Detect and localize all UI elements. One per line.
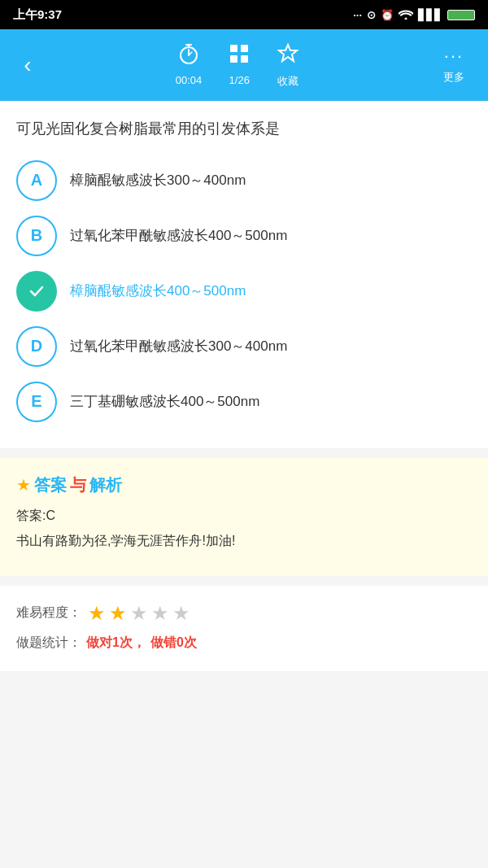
stats-label: 做题统计： [16,635,81,652]
star-3: ★ [130,602,148,625]
navbar: ‹ 00:04 [0,29,488,101]
difficulty-row: 难易程度： ★ ★ ★ ★ ★ [16,602,472,625]
option-text-a: 樟脑醌敏感波长300～400nm [70,170,246,191]
battery-icon: ▰▰▰ [447,10,475,20]
option-row-a[interactable]: A 樟脑醌敏感波长300～400nm [16,160,472,201]
answer-star-icon: ★ [16,475,31,495]
answer-result: 答案:C [16,508,472,525]
status-icons: ··· ⊙ ⏰ ▋▋▋ ▰▰▰ [353,8,475,22]
question-area: 可见光固化复合树脂最常用的引发体系是 A 樟脑醌敏感波长300～400nm B … [0,101,488,448]
option-circle-a: A [16,160,57,201]
option-circle-d: D [16,326,57,367]
answer-title: ★ 答案 与 解析 [16,474,472,496]
collect-star-icon [277,42,299,71]
option-circle-c [16,271,57,312]
question-text: 可见光固化复合树脂最常用的引发体系是 [16,117,472,141]
stats-row: 做题统计： 做对1次， 做错0次 [16,635,472,652]
svg-rect-1 [230,45,237,52]
music-icon: ⊙ [367,9,376,21]
difficulty-stars: ★ ★ ★ ★ ★ [88,602,190,625]
status-time: 上午9:37 [13,7,62,23]
status-bar: 上午9:37 ··· ⊙ ⏰ ▋▋▋ ▰▰▰ [0,0,488,29]
option-row-c[interactable]: 樟脑醌敏感波长400～500nm [16,271,472,312]
more-icon: ··· [444,46,464,67]
option-text-e: 三丁基硼敏感波长400～500nm [70,391,259,412]
option-row-d[interactable]: D 过氧化苯甲酰敏感波长300～400nm [16,326,472,367]
nav-more[interactable]: ··· 更多 [429,46,478,85]
signal-dots: ··· [353,9,362,21]
svg-rect-3 [230,55,237,63]
answer-section: ★ 答案 与 解析 答案:C 书山有路勤为径,学海无涯苦作舟!加油! [0,458,488,576]
nav-grid[interactable]: 1/26 [228,42,251,89]
star-2: ★ [109,602,127,625]
option-text-b: 过氧化苯甲酰敏感波长400～500nm [70,225,287,246]
option-circle-e: E [16,382,57,422]
nav-center: 00:04 1/26 收藏 [46,42,429,89]
back-button[interactable]: ‹ [10,52,46,78]
nav-timer[interactable]: 00:04 [176,42,203,89]
answer-label-yu: 与 [70,474,86,496]
option-row-e[interactable]: E 三丁基硼敏感波长400～500nm [16,382,472,422]
answer-label-da: 答案 [34,474,67,496]
correct-stat: 做对1次， [86,635,146,652]
star-1: ★ [88,602,106,625]
option-text-c: 樟脑醌敏感波长400～500nm [70,281,246,302]
option-text-d: 过氧化苯甲酰敏感波长300～400nm [70,336,287,357]
grid-icon [228,42,251,71]
star-4: ★ [151,602,169,625]
wrong-stat: 做错0次 [150,635,197,652]
timer-icon [177,42,200,71]
star-5: ★ [172,602,190,625]
answer-label-jiexi: 解析 [89,474,122,496]
grid-value: 1/26 [229,74,250,86]
timer-value: 00:04 [176,74,203,86]
answer-explanation: 书山有路勤为径,学海无涯苦作舟!加油! [16,530,472,553]
wifi-icon [399,8,413,22]
svg-rect-2 [241,45,248,52]
option-circle-b: B [16,216,57,256]
difficulty-label: 难易程度： [16,604,81,622]
signal-bars: ▋▋▋ [418,9,442,21]
more-label: 更多 [443,70,464,85]
option-row-b[interactable]: B 过氧化苯甲酰敏感波长400～500nm [16,216,472,256]
alarm-icon: ⏰ [381,9,394,21]
options-list: A 樟脑醌敏感波长300～400nm B 过氧化苯甲酰敏感波长400～500nm… [16,160,472,429]
svg-rect-4 [241,55,248,63]
collect-label: 收藏 [277,74,298,89]
svg-marker-5 [279,45,297,61]
stats-section: 难易程度： ★ ★ ★ ★ ★ 做题统计： 做对1次， 做错0次 [0,586,488,671]
nav-collect[interactable]: 收藏 [277,42,299,89]
